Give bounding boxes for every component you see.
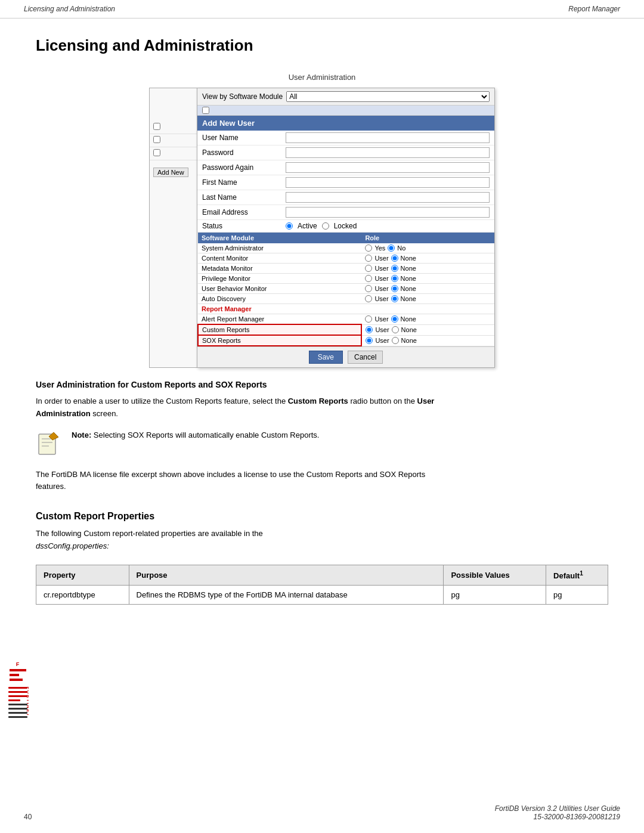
select-all-row bbox=[197, 106, 494, 116]
role-cell: User None bbox=[361, 335, 494, 346]
module-name: Content Monitor bbox=[198, 253, 361, 264]
section-label: User Administration bbox=[36, 73, 608, 82]
view-by-select[interactable]: All bbox=[286, 91, 490, 102]
table-row: Custom Reports User None bbox=[198, 324, 494, 335]
svg-rect-7 bbox=[10, 674, 19, 676]
module-name: Privilege Monitor bbox=[198, 274, 361, 284]
select-checkbox-1[interactable] bbox=[153, 123, 160, 130]
select-all-checkbox[interactable] bbox=[202, 107, 209, 114]
customreports-user-radio[interactable] bbox=[366, 326, 373, 333]
note-label: Note: bbox=[72, 431, 91, 439]
svg-rect-16 bbox=[8, 712, 27, 714]
username-row: User Name bbox=[197, 131, 494, 145]
soxreports-user-radio[interactable] bbox=[366, 337, 373, 344]
username-input[interactable] bbox=[286, 132, 490, 143]
role-cell: User None bbox=[361, 253, 494, 264]
possible-values-col-header: Possible Values bbox=[444, 565, 546, 585]
alertreport-user-radio[interactable] bbox=[365, 315, 372, 323]
module-name: Auto Discovery bbox=[198, 294, 361, 304]
page-header: Licensing and Administration Report Mana… bbox=[0, 0, 644, 18]
footer-product: FortiDB Version 3.2 Utilities User Guide bbox=[495, 804, 620, 813]
status-radio-group: Active Locked bbox=[286, 222, 357, 230]
autodiscovery-user-radio[interactable] bbox=[365, 295, 372, 302]
last-name-input[interactable] bbox=[286, 192, 490, 203]
module-name: System Administrator bbox=[198, 243, 361, 253]
report-manager-label: Report Manager bbox=[198, 304, 494, 314]
custom-report-intro: The following Custom report-related prop… bbox=[36, 528, 453, 553]
first-name-row: First Name bbox=[197, 175, 494, 190]
userbehavior-user-radio[interactable] bbox=[365, 285, 372, 292]
module-name: Custom Reports bbox=[198, 324, 361, 335]
page-title: Licensing and Administration bbox=[36, 36, 608, 55]
svg-rect-11 bbox=[8, 691, 27, 693]
svg-rect-14 bbox=[8, 704, 27, 705]
table-row: Alert Report Manager User None bbox=[198, 314, 494, 325]
email-label: Email Address bbox=[202, 208, 286, 216]
select-checkbox-2[interactable] bbox=[153, 136, 160, 143]
header-left: Licensing and Administration bbox=[24, 5, 115, 13]
status-label: Status bbox=[202, 222, 286, 230]
last-name-label: Last Name bbox=[202, 193, 286, 202]
possible-values-cell: pg bbox=[444, 586, 546, 605]
soxreports-none-radio[interactable] bbox=[392, 337, 399, 344]
email-input[interactable] bbox=[286, 207, 490, 218]
status-locked-radio[interactable] bbox=[322, 222, 329, 230]
note-box: Note: Selecting SOX Reports will automat… bbox=[36, 429, 608, 460]
note-svg-icon bbox=[36, 429, 63, 456]
table-row: System Administrator Yes No bbox=[198, 243, 494, 253]
save-button[interactable]: Save bbox=[309, 351, 343, 364]
property-col-header: Property bbox=[36, 565, 129, 585]
status-row: Status Active Locked bbox=[197, 220, 494, 233]
module-name: Alert Report Manager bbox=[198, 314, 361, 325]
table-row: cr.reportdbtype Defines the RDBMS type o… bbox=[36, 586, 608, 605]
password-input[interactable] bbox=[286, 147, 490, 158]
role-cell: User None bbox=[361, 294, 494, 304]
svg-rect-15 bbox=[8, 708, 27, 710]
role-col-header: Role bbox=[361, 233, 494, 243]
svg-rect-8 bbox=[10, 679, 23, 681]
email-row: Email Address bbox=[197, 205, 494, 220]
customreports-none-radio[interactable] bbox=[392, 326, 399, 333]
report-manager-section-header: Report Manager bbox=[198, 304, 494, 314]
metadata-none-radio[interactable] bbox=[391, 265, 398, 272]
privilege-none-radio[interactable] bbox=[391, 275, 398, 282]
module-name: SOX Reports bbox=[198, 335, 361, 346]
select-checkbox-3[interactable] bbox=[153, 149, 160, 156]
table-row: Content Monitor User None bbox=[198, 253, 494, 264]
table-row: Auto Discovery User None bbox=[198, 294, 494, 304]
view-by-label: View by Software Module bbox=[202, 92, 283, 101]
sysadmin-no-radio[interactable] bbox=[388, 244, 395, 252]
custom-report-file: dssConfig.properties: bbox=[36, 541, 109, 550]
cancel-button[interactable]: Cancel bbox=[348, 351, 383, 364]
table-row: Privilege Monitor User None bbox=[198, 274, 494, 284]
body-text-1: In order to enable a user to utilize the… bbox=[36, 395, 453, 420]
default-col-header: Default1 bbox=[546, 565, 608, 585]
role-cell: User None bbox=[361, 274, 494, 284]
content-user-radio[interactable] bbox=[365, 255, 372, 262]
status-locked-label: Locked bbox=[334, 222, 357, 230]
module-name: User Behavior Monitor bbox=[198, 284, 361, 294]
privilege-user-radio[interactable] bbox=[365, 275, 372, 282]
module-table: Software Module Role System Administrato… bbox=[197, 233, 494, 346]
sysadmin-yes-radio[interactable] bbox=[365, 244, 372, 252]
svg-rect-6 bbox=[10, 669, 26, 671]
status-active-radio[interactable] bbox=[286, 222, 293, 230]
property-table-header-row: Property Purpose Possible Values Default… bbox=[36, 565, 608, 585]
subsection-title: User Administration for Custom Reports a… bbox=[36, 380, 267, 389]
role-cell: Yes No bbox=[361, 243, 494, 253]
custom-report-properties-title: Custom Report Properties bbox=[36, 511, 608, 522]
dialog-container: Add New View by Software Module All A bbox=[36, 88, 608, 368]
metadata-user-radio[interactable] bbox=[365, 265, 372, 272]
note-text: Note: Selecting SOX Reports will automat… bbox=[72, 429, 319, 442]
autodiscovery-none-radio[interactable] bbox=[391, 295, 398, 302]
password-again-input[interactable] bbox=[286, 162, 490, 173]
password-again-row: Password Again bbox=[197, 160, 494, 175]
password-again-label: Password Again bbox=[202, 163, 286, 172]
add-new-button[interactable]: Add New bbox=[153, 168, 188, 177]
alertreport-none-radio[interactable] bbox=[391, 315, 398, 323]
dialog-header: Add New User bbox=[197, 116, 494, 131]
userbehavior-none-radio[interactable] bbox=[391, 285, 398, 292]
content-none-radio[interactable] bbox=[391, 255, 398, 262]
first-name-input[interactable] bbox=[286, 177, 490, 188]
svg-rect-10 bbox=[8, 687, 27, 689]
